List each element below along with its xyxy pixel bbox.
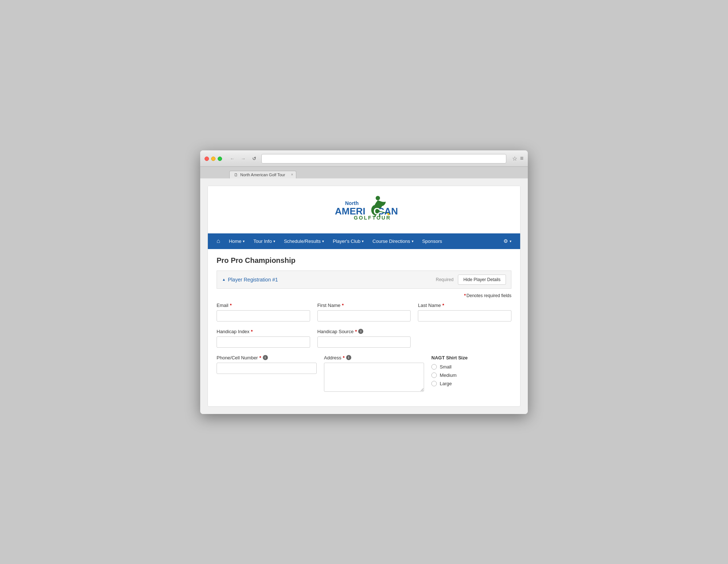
- browser-nav: ← → ↺: [228, 155, 258, 162]
- reload-button[interactable]: ↺: [250, 155, 258, 162]
- shirt-size-medium[interactable]: Medium: [431, 372, 511, 378]
- email-label: Email *: [217, 303, 310, 308]
- email-required-star: *: [230, 303, 232, 308]
- address-label: Address * i: [324, 355, 424, 360]
- required-asterisk: *: [464, 293, 466, 298]
- address-bar[interactable]: [261, 154, 506, 163]
- tab-close-button[interactable]: ×: [291, 173, 293, 177]
- nav-item-home[interactable]: Home ▾: [225, 233, 249, 249]
- handicap-source-input[interactable]: [317, 336, 411, 348]
- svg-text:North: North: [345, 200, 359, 206]
- tab-bar: 🗋 North American Golf Tour ×: [200, 167, 528, 178]
- address-required-star: *: [343, 355, 345, 360]
- shirt-large-radio[interactable]: [431, 381, 437, 386]
- form-row-2: Handicap Index * Handicap Source * i: [217, 329, 511, 348]
- shirt-small-label: Small: [440, 364, 452, 370]
- section-meta: Required Hide Player Details: [436, 275, 506, 285]
- maximize-dot[interactable]: [218, 157, 222, 161]
- hide-player-details-button[interactable]: Hide Player Details: [458, 275, 506, 285]
- shirt-size-small[interactable]: Small: [431, 364, 511, 370]
- nav-course-label: Course Directions: [372, 238, 410, 244]
- last-name-required-star: *: [442, 303, 444, 308]
- site-container: North AMERI CAN C GOLFTOUR ⌂ Home ▾: [207, 186, 521, 407]
- handicap-source-label: Handicap Source * i: [317, 329, 411, 334]
- required-label: Required: [436, 277, 454, 282]
- first-name-input[interactable]: [317, 310, 411, 322]
- nav-item-sponsors[interactable]: Sponsors: [418, 233, 447, 249]
- logo-area: North AMERI CAN C GOLFTOUR: [208, 186, 520, 233]
- nav-home-button[interactable]: ⌂: [212, 233, 225, 249]
- first-name-group: First Name *: [317, 303, 411, 322]
- back-button[interactable]: ←: [228, 155, 237, 162]
- phone-info-icon[interactable]: i: [263, 355, 268, 360]
- nav-schedule-label: Schedule/Results: [284, 238, 321, 244]
- shirt-large-label: Large: [440, 381, 452, 386]
- address-group: Address * i: [324, 355, 424, 392]
- nav-gear-button[interactable]: ⚙ ▾: [499, 234, 516, 248]
- page-title: Pro Pro Championship: [217, 256, 511, 265]
- email-input[interactable]: [217, 310, 310, 322]
- shirt-size-title: NAGT Shirt Size: [431, 355, 511, 360]
- bookmark-icon[interactable]: ☆: [512, 155, 517, 162]
- tab-page-icon: 🗋: [234, 173, 238, 177]
- form-row-3: Phone/Cell Number * i Address * i: [217, 355, 511, 392]
- nav-tour-info-chevron: ▾: [273, 239, 275, 243]
- toolbar-right: ☆ ≡: [512, 155, 523, 162]
- page-content: North AMERI CAN C GOLFTOUR ⌂ Home ▾: [200, 178, 528, 414]
- nav-item-tour-info[interactable]: Tour Info ▾: [249, 233, 280, 249]
- browser-tab[interactable]: 🗋 North American Golf Tour ×: [229, 171, 296, 178]
- nav-home-chevron: ▾: [243, 239, 245, 243]
- handicap-source-required-star: *: [355, 329, 357, 334]
- gear-icon: ⚙: [503, 238, 508, 244]
- last-name-group: Last Name *: [418, 303, 511, 322]
- close-dot[interactable]: [205, 157, 209, 161]
- main-content: Pro Pro Championship ▲ Player Registrati…: [208, 249, 520, 406]
- browser-window: ← → ↺ ☆ ≡ 🗋 North American Golf Tour ×: [200, 150, 528, 414]
- phone-input[interactable]: [217, 363, 317, 374]
- nav-players-club-label: Player's Club: [333, 238, 360, 244]
- last-name-input[interactable]: [418, 310, 511, 322]
- nav-home-label: Home: [229, 238, 242, 244]
- section-title-label: Player Registration #1: [228, 277, 278, 283]
- forward-button[interactable]: →: [239, 155, 248, 162]
- last-name-label: Last Name *: [418, 303, 511, 308]
- shirt-small-radio[interactable]: [431, 364, 437, 370]
- nav-players-club-chevron: ▾: [362, 239, 364, 243]
- section-header: ▲ Player Registration #1 Required Hide P…: [217, 271, 511, 289]
- handicap-index-input[interactable]: [217, 336, 310, 348]
- handicap-source-info-icon[interactable]: i: [358, 329, 363, 334]
- handicap-index-required-star: *: [251, 329, 253, 334]
- browser-titlebar: ← → ↺ ☆ ≡: [200, 150, 528, 167]
- shirt-size-group: NAGT Shirt Size Small Medium Large: [431, 355, 511, 392]
- first-name-required-star: *: [342, 303, 344, 308]
- form-row-1: Email * First Name * L: [217, 303, 511, 322]
- nav-item-players-club[interactable]: Player's Club ▾: [328, 233, 368, 249]
- shirt-size-large[interactable]: Large: [431, 381, 511, 386]
- address-info-icon[interactable]: i: [346, 355, 351, 360]
- minimize-dot[interactable]: [211, 157, 215, 161]
- gear-chevron: ▾: [510, 239, 511, 243]
- svg-point-0: [376, 196, 380, 200]
- nav-tour-info-label: Tour Info: [253, 238, 272, 244]
- collapse-icon[interactable]: ▲: [222, 277, 226, 281]
- tab-label: North American Golf Tour: [240, 173, 285, 177]
- menu-icon[interactable]: ≡: [520, 155, 523, 162]
- nav-schedule-chevron: ▾: [322, 239, 324, 243]
- address-textarea[interactable]: [324, 363, 424, 392]
- shirt-medium-label: Medium: [440, 372, 456, 378]
- svg-text:GOLFTOUR: GOLFTOUR: [354, 215, 391, 221]
- nav-item-schedule[interactable]: Schedule/Results ▾: [280, 233, 328, 249]
- section-title: ▲ Player Registration #1: [222, 277, 278, 283]
- handicap-index-label: Handicap Index *: [217, 329, 310, 334]
- nav-course-chevron: ▾: [412, 239, 414, 243]
- nav-item-course-directions[interactable]: Course Directions ▾: [368, 233, 418, 249]
- handicap-index-group: Handicap Index *: [217, 329, 310, 348]
- browser-dots: [205, 157, 222, 161]
- first-name-label: First Name *: [317, 303, 411, 308]
- phone-required-star: *: [259, 355, 261, 360]
- shirt-medium-radio[interactable]: [431, 372, 437, 378]
- phone-group: Phone/Cell Number * i: [217, 355, 317, 392]
- nav-sponsors-label: Sponsors: [422, 238, 442, 244]
- phone-label: Phone/Cell Number * i: [217, 355, 317, 360]
- required-note: *Denotes required fields: [217, 290, 511, 303]
